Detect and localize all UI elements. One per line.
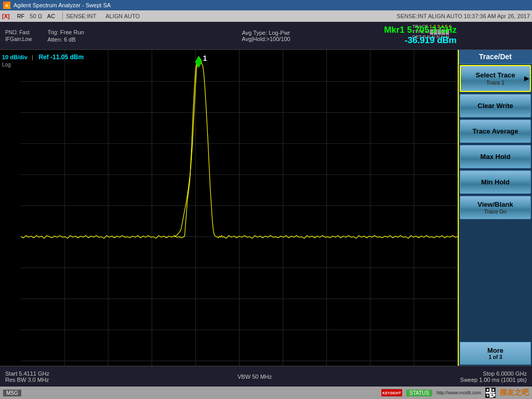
keysight-logo: KEYSIGHT <box>381 389 402 396</box>
svg-rect-34 <box>493 389 495 391</box>
svg-rect-41 <box>493 396 495 397</box>
marker-info: Mkr1 5.705 3 GHz -36.919 dBm <box>384 25 457 46</box>
chart-area: 10 dB/div | Ref -11.05 dBm Log <box>0 50 458 366</box>
panel-spacer <box>459 220 532 341</box>
footer-right: KEYSIGHT STATUS http://www.mod8.com <box>381 388 529 398</box>
menu-sense: SENSE:INT <box>66 13 96 19</box>
menubar: [X] RF 50 Ω AC SENSE:INT ALIGN AUTO SENS… <box>0 10 532 22</box>
titlebar-title: Agilent Spectrum Analyzer - Swept SA <box>14 2 111 8</box>
start-freq: Start 5.4111 GHz Res BW 3.0 MHz <box>5 370 49 383</box>
svg-rect-32 <box>487 389 489 391</box>
more-button[interactable]: More 1 of 3 <box>460 342 531 365</box>
menu-ac[interactable]: AC <box>43 12 59 20</box>
website-link: http://www.mod8.com <box>436 390 481 395</box>
right-panel: Trace/Det Select Trace Trace 1 ▶ Clear W… <box>458 50 532 366</box>
trig-info: Trig: Free Run Atten: 6 dB <box>47 29 84 43</box>
svg-rect-37 <box>490 393 491 394</box>
watermark: 模友之吧 <box>500 388 529 397</box>
clear-write-button[interactable]: Clear Write <box>460 94 531 117</box>
stop-freq: Stop 6.0000 GHz Sweep 1.00 ms (1001 pts) <box>460 370 527 383</box>
menu-separator <box>62 12 63 20</box>
menu-datetime: SENSE:INT ALIGN AUTO 10:37:36 AM Apr 26,… <box>397 13 530 19</box>
trace-average-button[interactable]: Trace Average <box>460 119 531 143</box>
max-hold-button[interactable]: Max Hold <box>460 145 531 168</box>
min-hold-button[interactable]: Min Hold <box>460 170 531 194</box>
bottombar: Start 5.4111 GHz Res BW 3.0 MHz VBW 50 M… <box>0 366 532 387</box>
spectrum-chart: 1 -21.1 -31.1 -41.1 -51.1 -61.1 -71.1 -8… <box>21 50 458 366</box>
msg-label: MSG <box>3 390 21 396</box>
svg-rect-40 <box>491 395 494 396</box>
menu-align: ALIGN AUTO <box>105 13 140 19</box>
vbw-info: VBW 50 MHz <box>237 374 272 380</box>
select-trace-arrow: ▶ <box>524 75 529 82</box>
pno-info: PNO: Fast IFGain:Low <box>5 30 32 42</box>
select-trace-button[interactable]: Select Trace Trace 1 ▶ <box>460 65 531 92</box>
menu-rf[interactable]: RF <box>13 12 29 20</box>
panel-title: Trace/Det <box>459 50 532 64</box>
status-indicator: STATUS <box>406 390 432 396</box>
footer: MSG KEYSIGHT STATUS http://www.mod8.com <box>0 387 532 399</box>
menu-impedance: 50 Ω <box>30 13 42 19</box>
view-blank-button[interactable]: View/Blank Trace On <box>460 196 531 219</box>
menu-icon-x: [X] <box>2 13 10 19</box>
chart-log-label: Log <box>2 59 11 69</box>
qr-code <box>485 388 496 398</box>
infobar: PNO: Fast IFGain:Low Trig: Free Run Atte… <box>0 22 532 50</box>
avg-info: Avg Type: Log-Pwr Avg|Hold:>100/100 <box>242 30 290 42</box>
svg-rect-39 <box>494 393 495 394</box>
svg-rect-38 <box>493 393 494 394</box>
svg-text:1: 1 <box>203 54 207 62</box>
titlebar: A Agilent Spectrum Analyzer - Swept SA <box>0 0 532 10</box>
chart-scale-label: 10 dB/div | Ref -11.05 dBm <box>2 52 84 61</box>
svg-rect-36 <box>487 395 489 397</box>
titlebar-icon: A <box>3 2 10 9</box>
